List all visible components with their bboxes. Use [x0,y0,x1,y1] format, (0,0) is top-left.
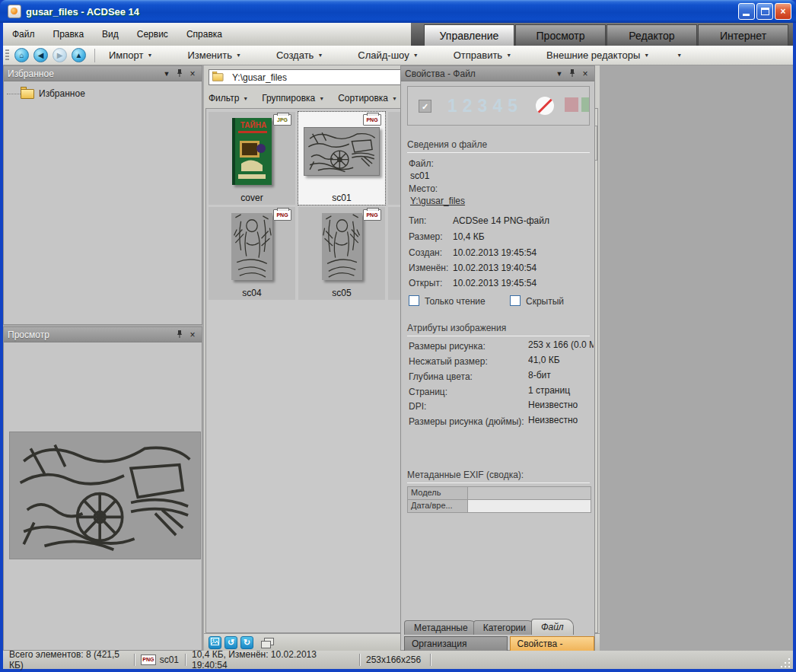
pin-icon[interactable] [174,330,185,340]
status-total: Всего элементов: 8 (421,5 КБ) [3,651,134,669]
dimensions-value: 253 x 166 (0.0 МП) [528,339,594,350]
file-tile-sc05[interactable]: PNG sc05 [298,207,385,300]
tab-editor[interactable]: Редактор [607,24,697,46]
sorting-button[interactable]: Сортировка▼ [338,93,397,104]
main-area: Избранное ▼ × Избранное Просмотр × Y:\gu… [3,65,793,651]
toolbar-overflow-button[interactable]: ▼ [677,53,682,58]
edit-button[interactable]: Изменить▼ [180,49,249,61]
send-button[interactable]: Отправить▼ [446,49,519,61]
mode-tabs: Управление Просмотр Редактор Интернет [423,24,788,46]
close-icon[interactable]: × [187,68,198,79]
tab-metadata[interactable]: Метаданные [404,620,478,635]
tab-manage[interactable]: Управление [424,24,514,46]
chevron-down-icon[interactable]: ▼ [554,68,565,79]
maximize-button[interactable] [756,3,773,20]
status-dimensions: 253x166x256 [360,651,430,669]
tab-categories[interactable]: Категории [473,620,536,635]
compare-windows-icon[interactable] [261,638,273,648]
table-row: Модель [407,487,591,500]
import-button[interactable]: Импорт▼ [101,49,160,61]
tab-file[interactable]: Файл [531,619,574,635]
up-button[interactable]: ▲ [72,48,86,62]
favorites-panel-title: Избранное [8,68,159,79]
close-icon: × [780,6,785,17]
tag-checkbox[interactable]: ✓ [419,100,431,113]
menu-view[interactable]: Вид [93,23,128,46]
tree-dotline [7,94,21,94]
rotate-right-icon: ↻ [244,638,250,647]
no-rating-icon[interactable] [536,97,554,115]
image-basket-button[interactable] [209,636,221,649]
rating-3[interactable]: 3 [478,96,488,116]
section-file-info: Сведения о файле [407,139,590,153]
pin-icon[interactable] [174,68,185,79]
chevron-down-icon[interactable]: ▼ [161,68,172,79]
tab-internet[interactable]: Интернет [698,24,788,46]
color-depth-value: 8-бит [528,370,594,381]
properties-panel-title: Свойства - Файл [405,68,552,79]
rotate-right-button[interactable]: ↻ [240,636,253,649]
created-label: Создан: [409,247,442,258]
rotate-left-button[interactable]: ↺ [224,636,237,649]
pages-label: Страниц: [409,387,447,397]
menu-help[interactable]: Справка [177,23,231,46]
status-fileinfo: 10,4 КБ, Изменён: 10.02.2013 19:40:54 [186,651,359,669]
color-label-red[interactable] [565,97,578,112]
title-bar: gusar_files - ACDSee 14 × [0,0,796,23]
dimensions-inches-label: Размеры рисунка (дюймы): [409,416,524,427]
rating-1[interactable]: 1 [447,96,457,116]
type-value: ACDSee 14 PNG-файл [453,215,549,226]
menu-tools[interactable]: Сервис [128,23,177,46]
back-button[interactable]: ◀ [33,48,48,62]
filter-button[interactable]: Фильтр▼ [209,93,248,104]
close-icon[interactable]: × [580,68,591,79]
menu-file[interactable]: Файл [3,23,44,46]
menu-edit[interactable]: Правка [44,23,94,46]
check-icon: ✓ [422,102,428,111]
section-image-attrs: Атрибуты изображения [407,323,590,336]
color-labels [565,97,590,112]
close-button[interactable]: × [775,3,791,20]
hidden-checkbox[interactable] [510,295,521,306]
file-tile-sc04[interactable]: PNG sc04 [209,207,295,300]
chevron-down-icon: ▼ [413,53,419,58]
rating-5[interactable]: 5 [508,96,517,116]
forward-button[interactable]: ▶ [53,48,67,62]
color-label-green[interactable] [581,97,590,112]
create-button[interactable]: Создать▼ [269,49,330,61]
uncompressed-value: 41,0 КБ [528,355,594,365]
tab-view[interactable]: Просмотр [515,24,606,46]
slideshow-button[interactable]: Слайд-шоу▼ [350,49,425,61]
organize-data-button[interactable]: Организация данных [404,636,508,651]
panel-switch-buttons: Организация данных Свойства - Файл [404,636,594,651]
readonly-checkbox[interactable] [409,295,419,306]
png-badge: PNG [141,654,156,665]
dimensions-label: Размеры рисунка: [409,341,486,352]
location-link[interactable]: Y:\gusar_files [410,196,465,206]
grouping-button[interactable]: Группировка▼ [262,93,324,104]
pages-value: 1 страниц [528,385,594,396]
cover-title-text: ТАЙНА [240,120,266,129]
file-tile-sc01-selected[interactable]: PNG sc01 [298,112,385,205]
preview-panel: Просмотр × [3,326,202,651]
png-badge: PNG [363,114,381,126]
minimize-button[interactable] [738,3,755,20]
rating-2[interactable]: 2 [463,96,473,116]
close-icon[interactable]: × [187,330,198,340]
acdsee-app-icon [8,5,21,18]
file-tile-cover[interactable]: ТАЙНА JPG cover [209,112,295,205]
table-row: Дата/вре... [407,500,591,513]
properties-file-button[interactable]: Свойства - Файл [510,636,594,651]
rating-4[interactable]: 4 [492,96,502,116]
home-button[interactable]: ⌂ [14,48,29,62]
rotate-left-icon: ↺ [228,638,234,647]
resize-grip[interactable] [781,657,791,667]
external-editors-button[interactable]: Внешние редакторы▼ [539,49,657,61]
dimensions-inches-value: Неизвестно [528,415,594,425]
maximize-icon [761,8,769,15]
pin-icon[interactable] [567,68,578,79]
toolbar-grip[interactable] [5,49,9,62]
file-name: sc05 [298,288,385,298]
favorites-tree-item[interactable]: Избранное [7,86,202,101]
chevron-down-icon: ▼ [147,53,152,58]
